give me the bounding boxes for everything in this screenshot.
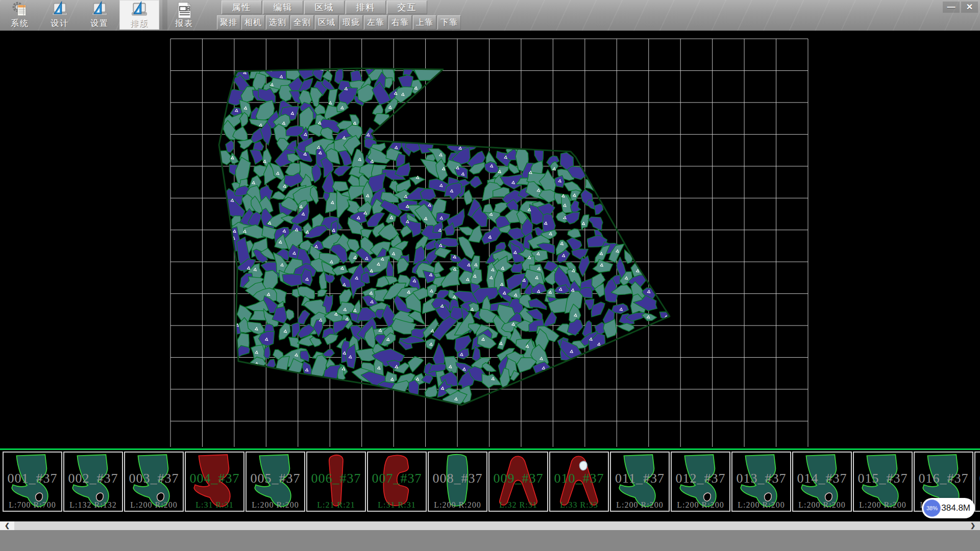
menu-item-4[interactable]: 排料 (346, 1, 386, 14)
piece-thumbnail-cell-12[interactable]: 012_#37L:200 R:200 (671, 452, 730, 512)
module-button-1[interactable]: 系统 (0, 0, 40, 30)
piece-lr-count-label: L:200 R:200 (672, 500, 729, 510)
module-button-4[interactable]: 排版 (119, 0, 159, 30)
piece-id-label: 004_#37 (186, 471, 243, 486)
menu-item-1[interactable]: 属性 (222, 1, 262, 14)
piece-lr-count-label: L:200 R:200 (793, 500, 851, 510)
piece-thumbnail-cell-5[interactable]: 005_#37L:200 R:200 (246, 452, 305, 512)
piece-id-label: 007_#37 (368, 471, 426, 486)
piece-id-label: 012_#37 (672, 471, 729, 486)
piece-lr-count-label: L:31 R:31 (186, 500, 243, 510)
menu-item-2[interactable]: 编辑 (263, 1, 303, 14)
tool-button-10[interactable]: 下靠 (437, 15, 461, 30)
setup-ruler-icon (90, 1, 109, 19)
close-button[interactable]: ✕ (961, 2, 978, 13)
module-button-3[interactable]: 设置 (80, 0, 119, 30)
piece-lr-count-label: L:200 R:200 (125, 500, 183, 510)
piece-thumbnail-cell-3[interactable]: 003_#37L:200 R:200 (124, 452, 184, 512)
module-button-2[interactable]: 设计 (40, 0, 80, 30)
thumbnail-scrollbar[interactable]: ❮ ❯ (0, 521, 980, 530)
menu-item-5[interactable]: 交互 (387, 1, 427, 14)
nested-pieces-layer[interactable] (214, 60, 671, 409)
tool-button-2[interactable]: 相机 (241, 15, 265, 30)
menu-bar: 属性编辑区域排料交互 (222, 1, 427, 14)
piece-thumbnail-cell-17[interactable]: 017_#37L:200 R:200 (974, 452, 980, 512)
piece-thumbnail-cell-10[interactable]: 010_#37L:33 R:33 (549, 452, 609, 512)
tool-button-1[interactable]: 聚排 (217, 15, 240, 30)
piece-id-label: 005_#37 (247, 471, 304, 486)
piece-id-label: 008_#37 (429, 471, 486, 486)
memory-usage-badge[interactable]: 38% 384.8M (922, 498, 975, 518)
minimize-button[interactable]: — (943, 2, 960, 13)
piece-thumbnail-cell-9[interactable]: 009_#37L:32 R:31 (488, 452, 548, 512)
piece-id-label: 002_#37 (64, 471, 122, 486)
piece-id-label: 003_#37 (125, 471, 183, 486)
piece-lr-count-label: L:200 R:200 (429, 500, 486, 510)
status-bar (0, 530, 980, 551)
piece-lr-count-label: L:200 R:200 (732, 500, 790, 510)
piece-id-label: 001_#37 (4, 471, 61, 486)
nesting-canvas[interactable] (0, 31, 980, 448)
piece-thumbnail-cell-4[interactable]: 004_#37L:31 R:31 (185, 452, 244, 512)
piece-lr-count-label: L:32 R:31 (489, 500, 547, 510)
piece-lr-count-label: L:33 R:33 (550, 500, 608, 510)
piece-thumbnail-cell-13[interactable]: 013_#37L:200 R:200 (731, 452, 791, 512)
piece-lr-count-label: L:31 R:31 (368, 500, 426, 510)
piece-id-label: 016_#37 (915, 471, 972, 486)
module-button-label: 系统 (0, 18, 40, 29)
tool-button-3[interactable]: 选割 (266, 15, 289, 30)
piece-lr-count-label: L:200 R:200 (247, 500, 304, 510)
piece-thumbnail-cell-8[interactable]: 008_#37L:200 R:200 (428, 452, 487, 512)
tool-button-5[interactable]: 区域 (315, 15, 338, 30)
piece-id-label: 015_#37 (854, 471, 912, 486)
nesting-canvas-svg[interactable] (0, 31, 980, 448)
tool-button-4[interactable]: 全割 (290, 15, 314, 30)
window-controls: — ✕ (943, 2, 978, 13)
piece-lr-count-label: L:200 R:200 (611, 500, 669, 510)
tool-button-7[interactable]: 左靠 (364, 15, 387, 30)
system-gear-icon (11, 1, 29, 19)
module-button-label: 设计 (40, 18, 80, 29)
strip-top-line (0, 448, 980, 450)
piece-lr-count-label: L:700 R:700 (4, 500, 61, 510)
module-button-5[interactable]: 报表 (164, 0, 204, 30)
piece-id-label: 017_#37 (975, 471, 980, 486)
piece-thumbnail-list: 001_#37L:700 R:700002_#37L:132 R:132003_… (3, 452, 980, 512)
piece-id-label: 014_#37 (793, 471, 851, 486)
piece-lr-count-label: L:200 R:200 (975, 500, 980, 510)
progress-percent-circle: 38% (923, 499, 941, 517)
layout-ruler-icon (130, 1, 149, 19)
tool-button-9[interactable]: 上靠 (413, 15, 436, 30)
piece-thumbnail-cell-2[interactable]: 002_#37L:132 R:132 (63, 452, 123, 512)
piece-id-label: 011_#37 (611, 471, 669, 486)
module-button-label: 设置 (80, 18, 119, 29)
piece-id-label: 010_#37 (550, 471, 608, 486)
piece-id-label: 006_#37 (307, 471, 365, 486)
module-button-label: 报表 (164, 18, 204, 29)
scroll-right-button[interactable]: ❯ (966, 521, 980, 530)
piece-lr-count-label: L:132 R:132 (64, 500, 122, 510)
piece-lr-count-label: L:200 R:200 (854, 500, 912, 510)
tool-button-6[interactable]: 瑕疵 (339, 15, 363, 30)
piece-thumbnail-cell-15[interactable]: 015_#37L:200 R:200 (853, 452, 913, 512)
scroll-left-button[interactable]: ❮ (0, 521, 14, 530)
piece-lr-count-label: L:21 R:21 (307, 500, 365, 510)
piece-thumbnail-strip: 001_#37L:700 R:700002_#37L:132 R:132003_… (0, 448, 980, 513)
piece-thumbnail-cell-14[interactable]: 014_#37L:200 R:200 (792, 452, 852, 512)
piece-thumbnail-cell-11[interactable]: 011_#37L:200 R:200 (610, 452, 670, 512)
memory-size-label: 384.8M (941, 498, 970, 518)
module-button-label: 排版 (119, 18, 159, 29)
title-ribbon-bar: 系统设计设置排版报表 属性编辑区域排料交互 聚排相机选割全割区域瑕疵左靠右靠上靠… (0, 0, 980, 31)
piece-id-label: 009_#37 (489, 471, 547, 486)
piece-thumbnail-cell-1[interactable]: 001_#37L:700 R:700 (3, 452, 62, 512)
menu-item-3[interactable]: 区域 (304, 1, 345, 14)
piece-thumbnail-cell-6[interactable]: 006_#37L:21 R:21 (306, 452, 366, 512)
piece-thumbnail-cell-7[interactable]: 007_#37L:31 R:31 (367, 452, 427, 512)
tool-bar: 聚排相机选割全割区域瑕疵左靠右靠上靠下靠 (217, 15, 461, 30)
tool-button-8[interactable]: 右靠 (388, 15, 412, 30)
design-ruler-icon (51, 1, 69, 19)
report-document-icon (175, 1, 193, 19)
piece-id-label: 013_#37 (732, 471, 790, 486)
